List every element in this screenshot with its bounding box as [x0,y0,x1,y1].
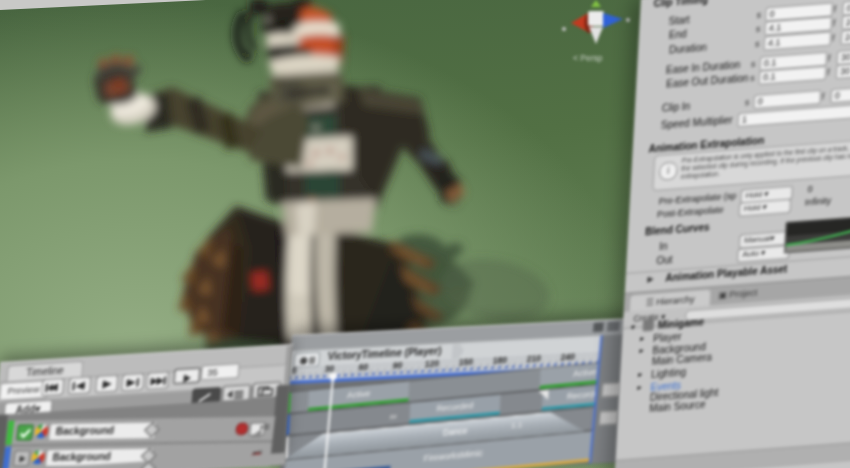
svg-text:< Persp: < Persp [573,53,603,63]
